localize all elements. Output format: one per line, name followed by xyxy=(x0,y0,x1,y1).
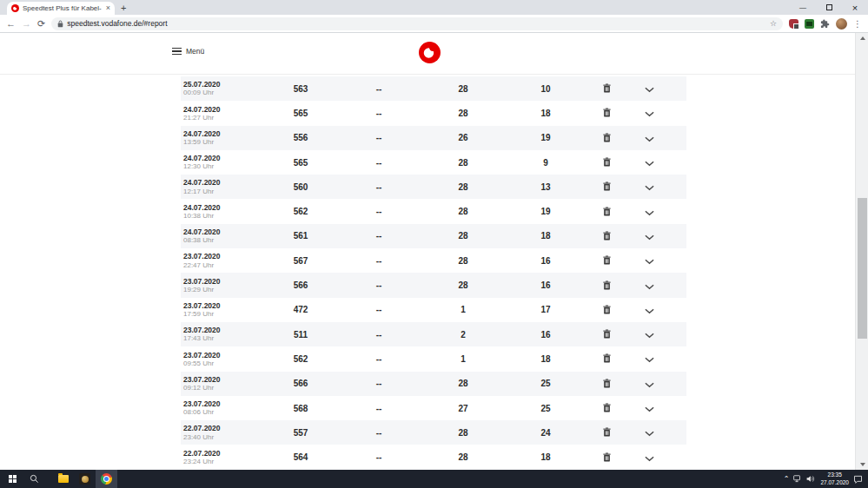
menu-button[interactable]: Menü xyxy=(172,47,204,56)
result-value: 562 xyxy=(268,354,334,364)
window-minimize-button[interactable]: — xyxy=(790,0,816,15)
extensions-puzzle-icon[interactable] xyxy=(820,19,830,29)
vodafone-favicon xyxy=(11,4,19,12)
time-label: 17:59 Uhr xyxy=(183,310,268,319)
taskbar-file-explorer[interactable] xyxy=(52,470,74,488)
delete-result-button[interactable] xyxy=(589,179,624,195)
delete-result-button[interactable] xyxy=(589,155,624,170)
chrome-icon xyxy=(101,473,112,485)
expand-result-button[interactable] xyxy=(624,376,674,392)
tab-close-icon[interactable]: × xyxy=(106,4,110,12)
time-label: 09:55 Uhr xyxy=(183,359,268,368)
table-row: 23.07.202008:06 Uhr568--2725 xyxy=(181,396,686,420)
vodafone-logo[interactable] xyxy=(419,42,441,63)
delete-result-button[interactable] xyxy=(589,400,624,416)
scroll-up-icon[interactable] xyxy=(856,33,868,43)
chevron-down-icon xyxy=(645,111,654,117)
expand-result-button[interactable] xyxy=(624,130,674,146)
trash-icon xyxy=(603,452,611,462)
expand-result-button[interactable] xyxy=(624,351,674,366)
expand-result-button[interactable] xyxy=(624,302,674,318)
expand-result-button[interactable] xyxy=(624,105,674,121)
result-value: 565 xyxy=(268,158,334,168)
delete-result-button[interactable] xyxy=(589,450,624,465)
delete-result-button[interactable] xyxy=(589,425,624,440)
delete-result-button[interactable] xyxy=(589,228,624,244)
date-label: 23.07.2020 xyxy=(183,301,268,310)
profile-avatar[interactable] xyxy=(836,18,847,30)
page-scrollbar[interactable] xyxy=(855,33,868,470)
back-icon[interactable]: ← xyxy=(6,19,16,29)
delete-result-button[interactable] xyxy=(589,326,624,342)
date-label: 22.07.2020 xyxy=(183,424,268,432)
app-icon xyxy=(79,473,90,485)
start-button[interactable] xyxy=(2,470,23,488)
address-bar[interactable]: speedtest.vodafone.de/#report ☆ xyxy=(51,17,783,30)
expand-result-button[interactable] xyxy=(624,155,674,170)
result-date: 25.07.202000:09 Uhr xyxy=(181,80,268,97)
delete-result-button[interactable] xyxy=(589,81,624,96)
date-label: 24.07.2020 xyxy=(183,178,268,187)
expand-result-button[interactable] xyxy=(624,400,674,416)
chevron-down-icon xyxy=(645,185,654,191)
result-value: -- xyxy=(334,256,424,266)
delete-result-button[interactable] xyxy=(589,376,624,392)
expand-result-button[interactable] xyxy=(624,228,674,244)
time-label: 13:59 Uhr xyxy=(183,138,268,147)
expand-result-button[interactable] xyxy=(624,278,674,293)
action-center-icon[interactable] xyxy=(853,475,863,484)
delete-result-button[interactable] xyxy=(589,105,624,121)
result-value: 18 xyxy=(502,354,589,364)
browser-menu-icon[interactable]: ⋮ xyxy=(853,19,862,29)
browser-tab[interactable]: Speedtest Plus für Kabel- und DS × xyxy=(7,2,115,15)
delete-result-button[interactable] xyxy=(589,130,624,146)
url-text: speedtest.vodafone.de/#report xyxy=(67,19,766,28)
result-value: 563 xyxy=(268,84,334,94)
scroll-down-icon[interactable] xyxy=(856,459,868,470)
result-value: -- xyxy=(334,404,424,413)
trash-icon xyxy=(603,157,611,167)
window-close-button[interactable]: × xyxy=(842,0,868,15)
expand-result-button[interactable] xyxy=(624,326,674,342)
lock-icon xyxy=(57,20,63,28)
trash-icon xyxy=(603,379,611,388)
hamburger-icon xyxy=(172,48,182,56)
scrollbar-thumb[interactable] xyxy=(858,198,867,339)
taskbar-search-button[interactable] xyxy=(23,470,45,488)
new-tab-button[interactable]: + xyxy=(121,3,126,15)
delete-result-button[interactable] xyxy=(589,302,624,318)
extension-icon[interactable] xyxy=(789,19,798,29)
taskbar-clock[interactable]: 23:35 27.07.2020 xyxy=(820,472,849,487)
time-label: 08:38 Uhr xyxy=(183,236,268,245)
result-value: 18 xyxy=(502,231,589,241)
result-value: 1 xyxy=(424,305,502,314)
delete-result-button[interactable] xyxy=(589,278,624,293)
expand-result-button[interactable] xyxy=(624,179,674,195)
result-value: 18 xyxy=(502,452,589,462)
extension-icon[interactable] xyxy=(805,19,814,29)
tray-expand-icon[interactable]: ⌃ xyxy=(784,476,790,483)
result-value: 28 xyxy=(424,280,502,290)
expand-result-button[interactable] xyxy=(624,425,674,440)
expand-result-button[interactable] xyxy=(624,81,674,96)
bookmark-star-icon[interactable]: ☆ xyxy=(770,19,777,28)
result-value: -- xyxy=(334,305,424,314)
reload-icon[interactable]: ⟳ xyxy=(37,19,45,29)
result-date: 22.07.202023:40 Uhr xyxy=(181,424,268,441)
volume-icon[interactable] xyxy=(806,475,816,483)
taskbar-chrome[interactable] xyxy=(96,470,117,488)
window-maximize-button[interactable] xyxy=(816,0,842,15)
result-date: 23.07.202008:06 Uhr xyxy=(181,399,268,417)
expand-result-button[interactable] xyxy=(624,253,674,268)
trash-icon xyxy=(603,427,611,437)
network-icon[interactable] xyxy=(793,475,802,483)
delete-result-button[interactable] xyxy=(589,253,624,268)
delete-result-button[interactable] xyxy=(589,351,624,366)
date-label: 23.07.2020 xyxy=(183,351,268,359)
result-value: 16 xyxy=(502,280,589,290)
taskbar-app[interactable] xyxy=(74,470,96,488)
expand-result-button[interactable] xyxy=(624,204,674,220)
result-value: 472 xyxy=(268,305,334,314)
expand-result-button[interactable] xyxy=(624,450,674,465)
delete-result-button[interactable] xyxy=(589,204,624,220)
